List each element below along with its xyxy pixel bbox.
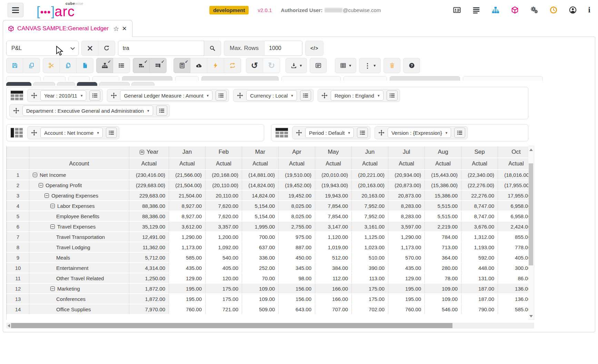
grid-cell[interactable]: 855.00 <box>498 232 529 242</box>
grid-cell[interactable]: 8,747.00 <box>461 211 498 221</box>
stack-right-toggle-button[interactable]: ✓ <box>150 58 167 73</box>
help-button[interactable] <box>403 58 420 73</box>
drag-handle-icon[interactable] <box>31 130 37 136</box>
grid-cell[interactable]: 120.00 <box>206 273 242 283</box>
column-header-month[interactable]: Apr <box>279 146 315 158</box>
measure-header[interactable]: Actual <box>169 158 206 170</box>
grid-cell[interactable]: 1,023.00 <box>352 242 388 252</box>
grid-cell[interactable]: 3,147.00 <box>315 221 352 232</box>
grid-cell[interactable]: 21,504.00 <box>169 190 206 201</box>
column-header-year[interactable]: Year <box>129 146 169 158</box>
grid-cell[interactable]: 109.00 <box>425 294 461 304</box>
grid-cell[interactable]: 390.00 <box>352 263 388 273</box>
measure-header[interactable]: Actual <box>461 158 498 170</box>
grid-cell[interactable]: 280.00 <box>425 263 461 273</box>
column-header-month[interactable]: Feb <box>206 146 242 158</box>
collapse-icon[interactable] <box>50 286 55 291</box>
grid-cell[interactable]: 3,676.00 <box>461 221 498 232</box>
sitemap-icon[interactable] <box>492 6 499 14</box>
row-number[interactable]: 6 <box>7 221 29 232</box>
grid-cell[interactable]: (22,340.00) <box>461 170 498 180</box>
grid-cell[interactable]: 109.00 <box>242 294 279 304</box>
horizontal-scroll-thumb[interactable] <box>11 323 452 328</box>
grid-cell[interactable]: 156.00 <box>279 294 315 304</box>
grid-cell[interactable]: 784.00 <box>425 232 461 242</box>
grid-cell[interactable]: 585.00 <box>498 304 529 314</box>
grid-cell[interactable]: (20,163.00) <box>352 180 388 190</box>
column-header-month[interactable]: Jan <box>169 146 206 158</box>
grid-cell[interactable]: 8,283.00 <box>388 211 425 221</box>
column-header-month[interactable]: Jul <box>388 146 425 158</box>
measure-header[interactable]: Actual <box>498 158 529 170</box>
search-input[interactable] <box>118 41 204 56</box>
grid-cell[interactable]: (21,504.00) <box>169 180 206 190</box>
grid-cell[interactable]: 450.00 <box>279 252 315 263</box>
measure-header[interactable]: Actual <box>388 158 425 170</box>
account-cell[interactable]: Travel Lodging <box>29 242 129 252</box>
paste-button[interactable] <box>77 58 93 73</box>
subset-list-button[interactable] <box>216 90 227 101</box>
grid-cell[interactable]: 1,995.00 <box>242 221 279 232</box>
hamburger-menu-button[interactable] <box>8 3 23 17</box>
drag-handle-icon[interactable] <box>237 92 243 99</box>
grid-cell[interactable]: 7,952.00 <box>352 211 388 221</box>
hierarchy-toggle-button[interactable]: ✓ <box>96 58 113 73</box>
grid-cell[interactable]: (20,010.00) <box>315 170 352 180</box>
grid-cell[interactable]: 20,110.00 <box>206 190 242 201</box>
row-number[interactable]: 4 <box>7 201 29 211</box>
measure-header[interactable]: Actual <box>425 158 461 170</box>
column-header-month[interactable]: Mar <box>242 146 279 158</box>
grid-cell[interactable]: 113.00 <box>352 273 388 283</box>
account-cell[interactable]: Marketing <box>29 283 129 294</box>
scroll-up-arrow[interactable] <box>528 147 534 152</box>
grid-cell[interactable]: 195.00 <box>388 294 425 304</box>
dimension-select-account[interactable]: Account : Net Income▾ <box>40 128 103 138</box>
grid-cell[interactable]: 540.00 <box>206 252 242 263</box>
row-number[interactable]: 3 <box>7 190 29 201</box>
row-dimension-header[interactable]: Account <box>29 158 129 170</box>
grid-cell[interactable]: 5,154.00 <box>242 211 279 221</box>
grid-cell[interactable]: 1,173.00 <box>169 242 206 252</box>
dimension-select-region[interactable]: Region : England▾ <box>331 90 383 101</box>
grid-cell[interactable]: 20,163.00 <box>352 190 388 201</box>
row-number[interactable]: 5 <box>7 211 29 221</box>
grid-cell[interactable]: 4,314.00 <box>129 263 169 273</box>
grid-cell[interactable]: 11,362.00 <box>129 242 169 252</box>
grid-cell[interactable]: 7,952.00 <box>352 201 388 211</box>
grid-cell[interactable]: 8,747.00 <box>461 201 498 211</box>
column-header-month[interactable]: May <box>315 146 352 158</box>
grid-cell[interactable]: 20,873.00 <box>388 190 425 201</box>
info-icon[interactable]: i <box>588 7 590 13</box>
grid-cell[interactable]: 8,927.00 <box>169 211 206 221</box>
grid-cell[interactable]: 8,283.00 <box>388 201 425 211</box>
grid-cell[interactable]: 887.00 <box>279 242 315 252</box>
grid-cell[interactable]: 778.00 <box>498 242 529 252</box>
grid-cell[interactable]: (14,881.00) <box>242 170 279 180</box>
collapse-icon[interactable] <box>33 173 37 177</box>
collapse-icon[interactable] <box>39 183 43 188</box>
grid-cell[interactable]: 156.00 <box>279 283 315 294</box>
clock-icon[interactable] <box>550 6 557 14</box>
grid-cell[interactable]: 35,129.00 <box>129 221 169 232</box>
account-cell[interactable]: Operating Profit <box>29 180 129 190</box>
commit-data-button[interactable] <box>190 58 207 73</box>
grid-cell[interactable]: 3,357.00 <box>206 221 242 232</box>
column-header-month[interactable]: Aug <box>425 146 461 158</box>
delete-button[interactable] <box>383 58 400 73</box>
dimension-select-currency[interactable]: Currency : Local▾ <box>246 90 297 101</box>
grid-cell[interactable]: 3,597.00 <box>388 221 425 232</box>
row-number[interactable]: 7 <box>7 232 29 242</box>
grid-cell[interactable]: 1,312.00 <box>461 232 498 242</box>
grid-cell[interactable]: 707.00 <box>315 304 352 314</box>
account-cell[interactable]: Travel Transportation <box>29 232 129 242</box>
drag-handle-icon[interactable] <box>321 92 328 99</box>
grid-cell[interactable]: 129.00 <box>388 273 425 283</box>
subset-list-button[interactable] <box>357 128 368 138</box>
account-cell[interactable]: Conferences <box>29 294 129 304</box>
grid-cell[interactable]: 384.00 <box>315 263 352 273</box>
export-button[interactable]: ▾ <box>286 58 307 73</box>
tab-canvas-sample-general-ledger[interactable]: CANVAS SAMPLE:General Ledger ☆ × <box>3 20 132 37</box>
copy-button[interactable] <box>60 58 77 73</box>
measure-header[interactable]: Actual <box>129 158 169 170</box>
grid-cell[interactable]: (20,221.00) <box>352 170 388 180</box>
